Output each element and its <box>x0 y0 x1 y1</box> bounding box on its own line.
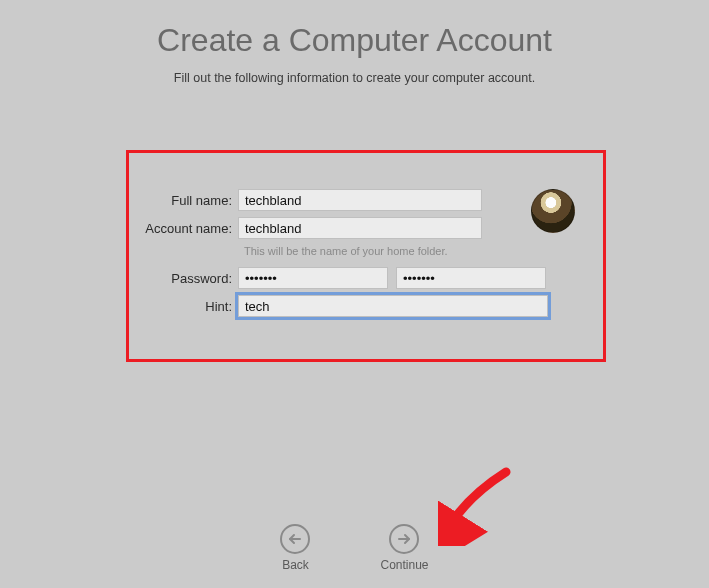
password-verify-input[interactable] <box>396 267 546 289</box>
page-subtitle: Fill out the following information to cr… <box>0 71 709 85</box>
password-label: Password: <box>141 271 238 286</box>
account-name-label: Account name: <box>141 221 238 236</box>
continue-label: Continue <box>380 558 428 572</box>
nav-bar: Back Continue <box>0 524 709 572</box>
continue-button[interactable]: Continue <box>380 524 428 572</box>
full-name-label: Full name: <box>141 193 238 208</box>
password-input[interactable] <box>238 267 388 289</box>
row-password: Password: <box>141 267 603 289</box>
back-button[interactable]: Back <box>280 524 310 572</box>
page-title: Create a Computer Account <box>0 22 709 59</box>
account-name-input[interactable] <box>238 217 482 239</box>
back-label: Back <box>282 558 309 572</box>
row-hint: Hint: <box>141 295 603 317</box>
avatar[interactable] <box>531 189 575 233</box>
hint-label: Hint: <box>141 299 238 314</box>
arrow-left-icon <box>280 524 310 554</box>
full-name-input[interactable] <box>238 189 482 211</box>
hint-input[interactable] <box>238 295 548 317</box>
account-form-highlight: Full name: Account name: This will be th… <box>126 150 606 362</box>
account-name-helper: This will be the name of your home folde… <box>244 245 603 257</box>
arrow-right-icon <box>389 524 419 554</box>
